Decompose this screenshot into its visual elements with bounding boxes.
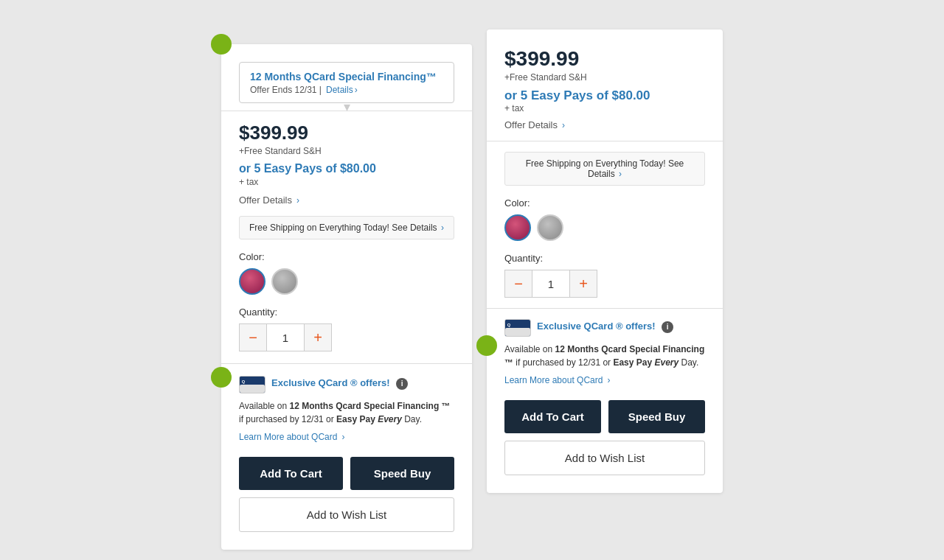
qcard-logo: Q xyxy=(239,376,266,393)
right-learn-more-chevron-icon: › xyxy=(607,375,610,385)
quantity-input[interactable] xyxy=(267,323,304,351)
financing-banner: 12 Months QCard Special Financing™ Offer… xyxy=(239,62,454,103)
right-color-label: Color: xyxy=(504,197,705,209)
financing-subtitle: Offer Ends 12/31 | Details › xyxy=(250,85,443,95)
qcard-section: Q Exclusive QCard ® offers! i xyxy=(239,376,454,393)
chevron-right-icon: › xyxy=(355,85,358,95)
right-add-to-wish-list-button[interactable]: Add to Wish List xyxy=(504,441,705,475)
qcard-title: Exclusive QCard ® offers! xyxy=(271,377,390,388)
qcard-info-icon[interactable]: i xyxy=(396,378,408,390)
action-buttons-row: Add To Cart Speed Buy xyxy=(239,457,454,490)
right-speed-buy-button[interactable]: Speed Buy xyxy=(608,400,705,433)
qcard-learn-more-link[interactable]: Learn More about QCard › xyxy=(239,432,454,442)
quantity-controls: − + xyxy=(239,323,454,351)
banner-chevron-icon: › xyxy=(441,223,444,233)
right-quantity-decrease-button[interactable]: − xyxy=(504,270,532,298)
right-color-swatch-gray[interactable] xyxy=(537,214,563,241)
color-swatch-pink[interactable] xyxy=(239,268,266,295)
quantity-decrease-button[interactable]: − xyxy=(239,323,267,351)
right-qcard-learn-more-link[interactable]: Learn More about QCard › xyxy=(504,375,705,385)
product-price: $399.99 xyxy=(239,122,454,144)
right-quantity-controls: − + xyxy=(504,270,705,298)
color-options xyxy=(239,268,454,295)
financing-title-link[interactable]: 12 Months QCard Special Financing™ xyxy=(250,71,437,83)
offer-details-link[interactable]: Offer Details › xyxy=(239,195,454,206)
right-divider-2 xyxy=(487,308,723,309)
right-qcard-title: Exclusive QCard ® offers! xyxy=(537,321,656,332)
green-dot-qcard xyxy=(211,367,232,388)
right-plus-tax-text: + tax xyxy=(504,103,705,113)
right-quantity-input[interactable] xyxy=(532,270,569,298)
left-product-card: 12 Months QCard Special Financing™ Offer… xyxy=(221,44,472,550)
speed-buy-button[interactable]: Speed Buy xyxy=(350,457,454,490)
color-swatch-gray[interactable] xyxy=(271,268,298,295)
right-add-to-cart-button[interactable]: Add To Cart xyxy=(504,400,601,433)
financing-details-link[interactable]: Details › xyxy=(326,85,358,95)
right-divider-1 xyxy=(487,141,723,141)
section-divider xyxy=(221,363,472,364)
right-qcard-body: Available on 12 Months Qcard Special Fin… xyxy=(504,343,705,369)
right-color-options xyxy=(504,214,705,241)
right-banner-chevron-icon: › xyxy=(619,169,622,179)
right-quantity-increase-button[interactable]: + xyxy=(569,270,597,298)
right-product-price: $399.99 xyxy=(504,47,705,71)
right-free-shipping-text: +Free Standard S&H xyxy=(504,72,705,83)
quantity-label: Quantity: xyxy=(239,307,454,318)
right-quantity-label: Quantity: xyxy=(504,253,705,264)
free-shipping-text: +Free Standard S&H xyxy=(239,146,454,156)
free-shipping-banner: Free Shipping on Everything Today! See D… xyxy=(239,216,454,239)
qcard-body: Available on 12 Months Qcard Special Fin… xyxy=(239,399,454,426)
svg-rect-4 xyxy=(505,328,530,336)
color-label: Color: xyxy=(239,251,454,262)
easy-pays-text: or 5 Easy Pays of $80.00 xyxy=(239,162,454,175)
offer-details-chevron-icon: › xyxy=(296,195,299,206)
right-easy-pays-text: or 5 Easy Pays of $80.00 xyxy=(504,88,705,103)
learn-more-chevron-icon: › xyxy=(341,432,344,442)
add-to-cart-button[interactable]: Add To Cart xyxy=(239,457,343,490)
right-action-buttons-row: Add To Cart Speed Buy xyxy=(504,400,705,433)
plus-tax-text: + tax xyxy=(239,177,454,187)
page-wrapper: 12 Months QCard Special Financing™ Offer… xyxy=(0,0,944,560)
green-dot-financing xyxy=(211,34,232,55)
svg-text:Q: Q xyxy=(507,323,511,327)
quantity-increase-button[interactable]: + xyxy=(304,323,332,351)
add-to-wish-list-button[interactable]: Add to Wish List xyxy=(239,497,454,532)
right-offer-details-link[interactable]: Offer Details › xyxy=(504,119,705,130)
right-qcard-info-icon[interactable]: i xyxy=(662,321,673,333)
right-qcard-section: Q Exclusive QCard ® offers! i xyxy=(504,319,705,337)
svg-rect-1 xyxy=(240,385,265,393)
right-free-shipping-banner: Free Shipping on Everything Today! See D… xyxy=(504,152,705,186)
right-product-card: $399.99 +Free Standard S&H or 5 Easy Pay… xyxy=(487,29,723,493)
right-color-swatch-pink[interactable] xyxy=(504,214,531,241)
right-qcard-logo: Q xyxy=(504,319,531,337)
svg-text:Q: Q xyxy=(242,379,246,384)
right-offer-details-chevron-icon: › xyxy=(562,120,565,130)
triangle-pointer: ▾ xyxy=(239,103,454,111)
right-green-dot-qcard xyxy=(476,335,497,356)
